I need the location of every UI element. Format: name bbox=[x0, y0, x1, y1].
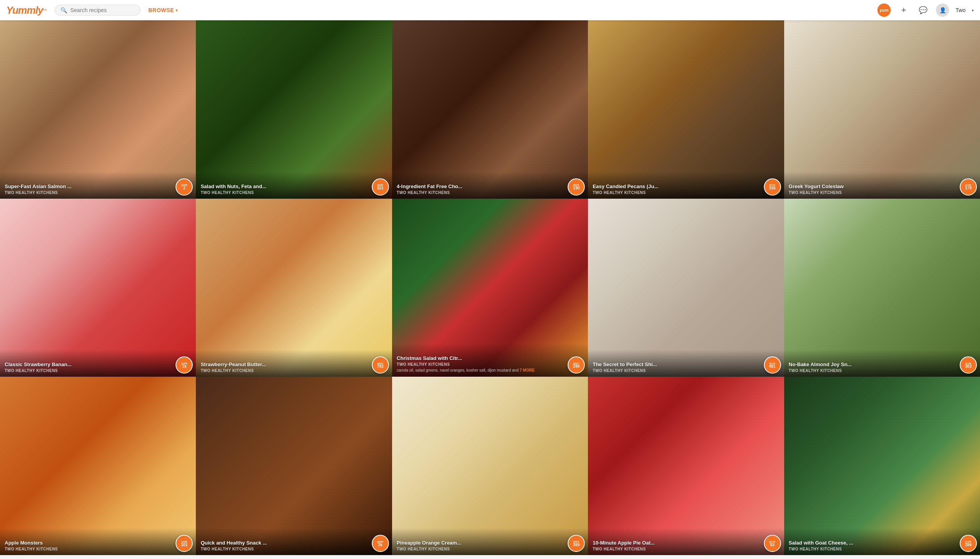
recipe-card[interactable]: 10-Minute Apple Pie Oat... TWO HEALTHY K… bbox=[588, 377, 784, 555]
card-overlay: Salad with Goat Cheese, ... TWO HEALTHY … bbox=[784, 528, 980, 555]
yum-badge[interactable]: yum 783 bbox=[372, 356, 389, 374]
card-title: Salad with Nuts, Feta and... bbox=[201, 183, 387, 189]
card-overlay: The Secret to Perfect Shi... TWO HEALTHY… bbox=[588, 350, 784, 377]
card-title: Classic Strawberry Banan... bbox=[5, 361, 191, 367]
search-input[interactable] bbox=[70, 7, 135, 13]
recipe-card[interactable]: The Secret to Perfect Shi... TWO HEALTHY… bbox=[588, 199, 784, 377]
logo-trademark: ™ bbox=[43, 8, 47, 12]
yum-badge[interactable]: yum 481 bbox=[764, 356, 781, 374]
card-overlay: Quick and Healthy Snack ... TWO HEALTHY … bbox=[196, 528, 392, 555]
recipe-card[interactable]: Christmas Salad with Citr... TWO HEALTHY… bbox=[392, 199, 588, 377]
card-overlay: Greek Yogurt Coleslaw TWO HEALTHY KITCHE… bbox=[784, 172, 980, 199]
yum-count: 179 bbox=[965, 186, 972, 190]
card-source: TWO HEALTHY KITCHENS bbox=[5, 369, 191, 373]
chat-button[interactable]: 💬 bbox=[916, 4, 930, 17]
yum-count: 101 bbox=[181, 543, 188, 547]
card-source: TWO HEALTHY KITCHENS bbox=[201, 369, 387, 373]
more-link[interactable]: 7 MORE bbox=[520, 368, 534, 372]
recipe-card[interactable]: Apple Monsters TWO HEALTHY KITCHENS yum … bbox=[0, 377, 196, 555]
user-chevron-icon: ▾ bbox=[972, 8, 974, 12]
recipe-card[interactable]: 4-Ingredient Fat Free Cho... TWO HEALTHY… bbox=[392, 20, 588, 199]
yum-badge[interactable]: yum 2k bbox=[372, 535, 389, 552]
recipe-card[interactable]: Greek Yogurt Coleslaw TWO HEALTHY KITCHE… bbox=[784, 20, 980, 199]
yum-badge[interactable]: yum 2 bbox=[176, 178, 193, 196]
browse-button[interactable]: BROWSE ▾ bbox=[148, 7, 178, 13]
card-source: TWO HEALTHY KITCHENS bbox=[201, 547, 387, 551]
card-source: TWO HEALTHY KITCHENS bbox=[5, 190, 191, 195]
card-overlay: Strawberry-Peanut Butter... TWO HEALTHY … bbox=[196, 350, 392, 377]
card-overlay: Pineapple Orange Cream... TWO HEALTHY KI… bbox=[392, 528, 588, 555]
browse-chevron-icon: ▾ bbox=[176, 8, 178, 12]
card-source: TWO HEALTHY KITCHENS bbox=[201, 190, 387, 195]
header-right: yum + 💬 👤 Two ▾ bbox=[877, 4, 974, 17]
recipe-card[interactable]: Salad with Goat Cheese, ... TWO HEALTHY … bbox=[784, 377, 980, 555]
header: Yummly™ 🔍 BROWSE ▾ yum + 💬 👤 Two ▾ bbox=[0, 0, 980, 20]
card-overlay: Classic Strawberry Banan... TWO HEALTHY … bbox=[0, 350, 196, 377]
recipe-card[interactable]: No-Bake Almond Joy Sn... TWO HEALTHY KIT… bbox=[784, 199, 980, 377]
yum-badge[interactable]: yum 284 bbox=[960, 535, 977, 552]
card-overlay: No-Bake Almond Joy Sn... TWO HEALTHY KIT… bbox=[784, 350, 980, 377]
card-overlay: Christmas Salad with Citr... TWO HEALTHY… bbox=[392, 344, 588, 377]
logo[interactable]: Yummly™ bbox=[6, 4, 47, 16]
card-description: canola oil, salad greens, navel oranges,… bbox=[397, 368, 583, 373]
card-source: TWO HEALTHY KITCHENS bbox=[5, 547, 191, 551]
recipe-card[interactable]: Easy Candied Pecans (Ju... TWO HEALTHY K… bbox=[588, 20, 784, 199]
yum-count: 1k bbox=[182, 365, 186, 369]
card-title: Quick and Healthy Snack ... bbox=[201, 540, 387, 546]
yum-count: 284 bbox=[965, 543, 972, 547]
avatar-icon: 👤 bbox=[939, 7, 946, 13]
user-name[interactable]: Two bbox=[955, 7, 966, 13]
card-title: Salad with Goat Cheese, ... bbox=[789, 540, 975, 546]
yum-count: 190 bbox=[573, 186, 580, 190]
recipe-card[interactable]: Quick and Healthy Snack ... TWO HEALTHY … bbox=[196, 377, 392, 555]
card-source: TWO HEALTHY KITCHENS bbox=[789, 369, 975, 373]
yum-badge[interactable]: yum 190 bbox=[568, 178, 585, 196]
yum-count: 303 bbox=[965, 365, 972, 369]
search-bar[interactable]: 🔍 bbox=[55, 5, 140, 16]
yum-count: 156 bbox=[769, 186, 776, 190]
add-button[interactable]: + bbox=[897, 4, 910, 17]
recipe-card[interactable]: Classic Strawberry Banan... TWO HEALTHY … bbox=[0, 199, 196, 377]
card-title: 4-Ingredient Fat Free Cho... bbox=[397, 183, 583, 189]
plus-icon: + bbox=[901, 5, 906, 15]
yum-badge[interactable]: yum 179 bbox=[960, 178, 977, 196]
card-title: Strawberry-Peanut Butter... bbox=[201, 361, 387, 367]
search-icon: 🔍 bbox=[60, 7, 67, 13]
recipe-card[interactable]: Salad with Nuts, Feta and... TWO HEALTHY… bbox=[196, 20, 392, 199]
yum-count: 783 bbox=[377, 365, 383, 369]
card-source: TWO HEALTHY KITCHENS bbox=[593, 369, 779, 373]
card-title: Apple Monsters bbox=[5, 540, 191, 546]
card-overlay: Super-Fast Asian Salmon ... TWO HEALTHY … bbox=[0, 172, 196, 199]
card-title: No-Bake Almond Joy Sn... bbox=[789, 361, 975, 367]
chat-icon: 💬 bbox=[919, 6, 927, 14]
card-source: TWO HEALTHY KITCHENS bbox=[397, 362, 583, 367]
recipe-card[interactable]: Super-Fast Asian Salmon ... TWO HEALTHY … bbox=[0, 20, 196, 199]
card-source: TWO HEALTHY KITCHENS bbox=[397, 190, 583, 195]
yum-count: 63 bbox=[770, 543, 774, 547]
yum-count: 369 bbox=[573, 543, 580, 547]
yum-count: 289 bbox=[573, 365, 580, 369]
recipe-card[interactable]: Pineapple Orange Cream... TWO HEALTHY KI… bbox=[392, 377, 588, 555]
logo-text: Yummly bbox=[6, 4, 43, 16]
yum-button[interactable]: yum bbox=[877, 4, 891, 17]
card-title: Easy Candied Pecans (Ju... bbox=[593, 183, 779, 189]
recipe-grid: Super-Fast Asian Salmon ... TWO HEALTHY … bbox=[0, 20, 980, 555]
recipe-card[interactable]: Strawberry-Peanut Butter... TWO HEALTHY … bbox=[196, 199, 392, 377]
card-title: The Secret to Perfect Shi... bbox=[593, 361, 779, 367]
card-source: TWO HEALTHY KITCHENS bbox=[789, 547, 975, 551]
card-source: TWO HEALTHY KITCHENS bbox=[397, 547, 583, 551]
card-title: Super-Fast Asian Salmon ... bbox=[5, 183, 191, 189]
card-overlay: 10-Minute Apple Pie Oat... TWO HEALTHY K… bbox=[588, 528, 784, 555]
card-title: Christmas Salad with Citr... bbox=[397, 355, 583, 361]
avatar[interactable]: 👤 bbox=[936, 4, 949, 17]
yum-badge[interactable]: yum 321 bbox=[372, 178, 389, 196]
card-overlay: Apple Monsters TWO HEALTHY KITCHENS bbox=[0, 528, 196, 555]
yum-count: 321 bbox=[377, 186, 383, 190]
yum-icon-text: yum bbox=[880, 8, 889, 12]
card-overlay: 4-Ingredient Fat Free Cho... TWO HEALTHY… bbox=[392, 172, 588, 199]
yum-count: 2k bbox=[378, 543, 382, 547]
yum-badge[interactable]: yum 63 bbox=[764, 535, 781, 552]
card-title: 10-Minute Apple Pie Oat... bbox=[593, 540, 779, 546]
yum-count: 2 bbox=[183, 186, 186, 190]
yum-badge[interactable]: yum 156 bbox=[764, 178, 781, 196]
